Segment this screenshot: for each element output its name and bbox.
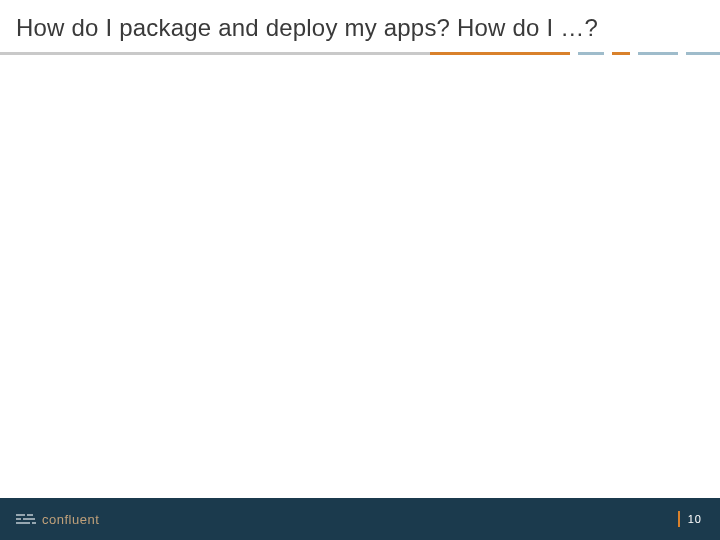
divider-gap bbox=[630, 52, 638, 55]
divider-segment bbox=[612, 52, 630, 55]
page-separator-icon bbox=[678, 511, 680, 527]
confluent-mark-icon bbox=[16, 514, 36, 524]
divider-segment bbox=[0, 52, 430, 55]
divider-segment bbox=[686, 52, 720, 55]
slide: How do I package and deploy my apps? How… bbox=[0, 0, 720, 540]
brand-name: confluent bbox=[42, 512, 99, 527]
divider-segment bbox=[638, 52, 678, 55]
brand-logo: confluent bbox=[16, 512, 99, 527]
page-indicator: 10 bbox=[678, 498, 702, 540]
divider-gap bbox=[678, 52, 686, 55]
divider-gap bbox=[570, 52, 578, 55]
page-number: 10 bbox=[688, 513, 702, 525]
title-divider bbox=[0, 52, 720, 55]
footer-bar: confluent 10 bbox=[0, 498, 720, 540]
divider-gap bbox=[604, 52, 612, 55]
slide-title: How do I package and deploy my apps? How… bbox=[16, 14, 700, 42]
divider-segment bbox=[430, 52, 570, 55]
divider-segment bbox=[578, 52, 604, 55]
